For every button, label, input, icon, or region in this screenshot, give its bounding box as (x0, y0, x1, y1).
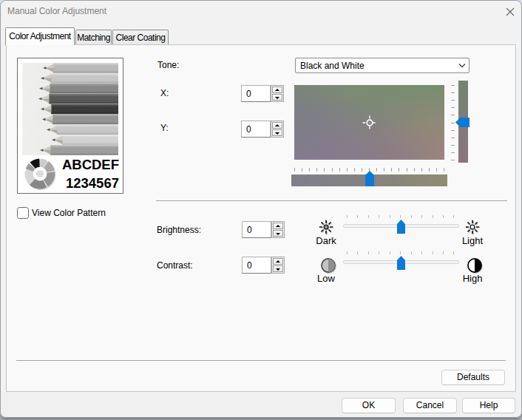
contrast-label: Contrast: (157, 260, 193, 271)
dark-sun-icon (318, 219, 334, 235)
down-arrow-icon (275, 132, 279, 135)
separator-top (156, 200, 507, 201)
y-spin-down-button[interactable] (272, 129, 282, 136)
brightness-slider-ticks (347, 215, 455, 218)
low-contrast-icon (320, 257, 336, 274)
contrast-spin-down-button[interactable] (273, 265, 283, 272)
x-value: 0 (246, 89, 251, 99)
y-input[interactable]: 0 (241, 121, 271, 138)
up-arrow-icon (275, 124, 279, 126)
y-spinner: 0 (241, 121, 284, 138)
tab-color-adjustment[interactable]: Color Adjustment (5, 27, 75, 45)
x-spin-down-button[interactable] (272, 94, 282, 101)
y-label: Y: (160, 123, 169, 133)
brightness-spin-up-button[interactable] (273, 223, 283, 229)
sample-text-digits: 1234567 (66, 176, 119, 190)
high-contrast-icon (467, 257, 483, 274)
brightness-input[interactable]: 0 (242, 221, 271, 238)
close-icon[interactable] (506, 7, 515, 16)
separator-bottom (16, 360, 506, 361)
x-spinner: 0 (241, 85, 284, 102)
brightness-spin-down-button[interactable] (273, 230, 283, 237)
view-color-pattern-label: View Color Pattern (32, 208, 106, 218)
up-arrow-icon (276, 225, 280, 227)
light-sun-icon (464, 219, 481, 235)
brightness-max-label: Light (456, 236, 489, 246)
up-arrow-icon (276, 260, 280, 262)
y-spin-up-button[interactable] (272, 122, 282, 129)
tab-matching[interactable]: Matching (75, 30, 112, 44)
chevron-down-icon (458, 63, 466, 68)
contrast-value: 0 (247, 260, 252, 271)
sample-text-letters: ABCDEF (62, 158, 119, 172)
pencils-preview-image (22, 63, 118, 155)
contrast-spin-up-button[interactable] (273, 258, 283, 265)
color-map[interactable] (294, 85, 444, 160)
y-value: 0 (246, 124, 251, 135)
view-color-pattern-checkbox[interactable] (17, 207, 29, 219)
brightness-spin-buttons (271, 221, 285, 238)
contrast-spinner: 0 (242, 257, 285, 274)
dialog-window: Manual Color Adjustment Color Adjustment… (0, 0, 522, 418)
x-label: X: (160, 88, 169, 98)
title-bar: Manual Color Adjustment (0, 0, 522, 23)
defaults-button[interactable]: Defaults (441, 370, 505, 385)
brightness-label: Brightness: (157, 225, 201, 235)
window-title: Manual Color Adjustment (7, 6, 106, 16)
y-slider-ticks (451, 85, 455, 160)
x-input[interactable]: 0 (241, 85, 271, 102)
tone-label: Tone: (157, 60, 179, 70)
up-arrow-icon (275, 89, 279, 91)
x-spin-up-button[interactable] (272, 87, 282, 93)
contrast-spin-buttons (271, 257, 285, 274)
down-arrow-icon (276, 233, 280, 235)
tone-dropdown-value: Black and White (300, 60, 365, 72)
brightness-min-label: Dark (310, 236, 342, 246)
x-slider-ticks (294, 168, 444, 172)
preview-box: ABCDEF 1234567 (17, 58, 123, 194)
y-spin-buttons (271, 121, 284, 138)
down-arrow-icon (275, 97, 279, 99)
brightness-value: 0 (247, 225, 252, 235)
x-spin-buttons (271, 85, 284, 102)
help-button[interactable]: Help (462, 398, 515, 413)
brightness-spinner: 0 (242, 221, 285, 238)
contrast-input[interactable]: 0 (242, 257, 271, 274)
contrast-min-label: Low (310, 274, 342, 284)
ok-button[interactable]: OK (342, 398, 396, 413)
contrast-max-label: High (456, 274, 489, 284)
color-wheel-logo (24, 158, 56, 190)
tone-dropdown[interactable]: Black and White (295, 58, 470, 73)
down-arrow-icon (276, 268, 280, 271)
tab-clear-coating[interactable]: Clear Coating (112, 30, 169, 44)
contrast-slider-ticks (347, 251, 455, 254)
cancel-button[interactable]: Cancel (403, 398, 457, 413)
